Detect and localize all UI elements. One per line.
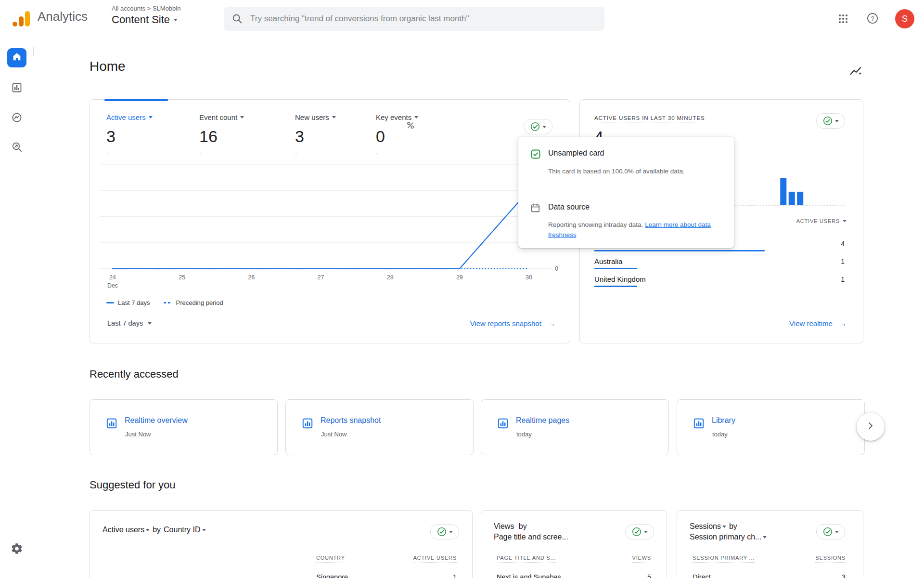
table-row: Next.js and Supabas... <box>497 573 567 578</box>
search-input[interactable] <box>249 13 588 24</box>
chevron-down-icon <box>835 120 839 122</box>
table-header-country[interactable]: COUNTRY <box>316 555 345 563</box>
check-circle-icon <box>823 116 833 126</box>
view-reports-snapshot-link[interactable]: View reports snapshot → <box>470 319 555 328</box>
card-header[interactable]: Active users by Country ID <box>103 525 206 534</box>
recently-accessed-title: Recently accessed <box>90 368 179 381</box>
svg-text:25: 25 <box>179 274 185 281</box>
product-name: Analytics <box>38 9 88 24</box>
table-header-active-users[interactable]: ACTIVE USERS <box>413 555 457 563</box>
date-range-selector[interactable]: Last 7 days <box>107 319 152 327</box>
recent-card-realtime-overview[interactable]: Realtime overview Just Now <box>90 399 278 455</box>
view-realtime-link[interactable]: View realtime → <box>789 319 847 328</box>
chevron-down-icon <box>843 220 847 222</box>
active-tab-indicator <box>104 99 168 101</box>
insights-icon[interactable] <box>849 65 862 80</box>
sidebar-item-explore[interactable] <box>11 112 23 125</box>
chart-card-icon <box>693 417 705 432</box>
breadcrumb[interactable]: All accounts > SLMobbin <box>112 5 180 12</box>
apps-grid-icon[interactable] <box>837 13 849 26</box>
chevron-down-icon <box>146 529 150 531</box>
chevron-down-icon <box>174 19 178 21</box>
check-circle-icon <box>823 527 833 537</box>
table-row-value: 3 <box>842 573 846 578</box>
chevron-down-icon <box>240 116 244 118</box>
quality-badge[interactable] <box>816 113 845 129</box>
avatar[interactable]: S <box>895 9 914 28</box>
svg-text:27: 27 <box>318 274 324 281</box>
chevron-down-icon <box>148 322 152 325</box>
metric-delta: - <box>199 150 244 157</box>
property-selector[interactable]: Content Site <box>112 13 178 26</box>
chevron-down-icon <box>202 529 206 531</box>
country-row[interactable]: Australia 1 <box>594 255 847 272</box>
svg-text:24: 24 <box>109 274 116 281</box>
check-circle-icon <box>632 527 642 537</box>
metric-new-users[interactable]: New users 3 - <box>295 113 336 157</box>
overview-card: Active users 3 - Event count 16 - New us… <box>90 99 570 343</box>
svg-text:28: 28 <box>387 274 394 281</box>
chevron-down-icon <box>644 531 648 533</box>
realtime-title: ACTIVE USERS IN LAST 30 MINUTES <box>594 115 705 122</box>
card-quality-popover: Unsampled card This card is based on 100… <box>518 137 734 248</box>
sampling-icon[interactable] <box>405 120 416 132</box>
recent-card-reports-snapshot[interactable]: Reports snapshot Just Now <box>285 399 474 455</box>
chart-legend: Last 7 days Preceding period <box>106 299 223 306</box>
metric-active-users[interactable]: Active users 3 - <box>106 113 153 157</box>
table-header-page-title[interactable]: PAGE TITLE AND S... <box>497 555 556 563</box>
gear-icon <box>11 548 23 556</box>
unsampled-body: This card is based on 100.0% of availabl… <box>548 167 721 176</box>
topbar: Analytics All accounts > SLMobbin Conten… <box>0 0 924 38</box>
metric-delta: - <box>295 150 336 157</box>
explore-icon <box>11 117 23 125</box>
arrow-right-icon: → <box>548 319 555 328</box>
card-header-dimension[interactable]: Session primary ch... <box>690 533 767 541</box>
quality-badge[interactable] <box>816 524 845 539</box>
unsampled-title: Unsampled card <box>548 149 604 158</box>
data-source-body: Reporting showing intraday data. Learn m… <box>548 220 714 240</box>
legend-swatch-solid <box>106 302 114 303</box>
suggested-card-sessions-by-channel: Sessions by Session primary ch... SESSIO… <box>677 510 863 578</box>
country-bar <box>594 250 765 251</box>
metric-event-count[interactable]: Event count 16 - <box>199 113 244 157</box>
sidebar-item-advertising[interactable] <box>11 141 23 155</box>
sidebar-item-reports[interactable] <box>11 82 23 95</box>
svg-text:?: ? <box>871 15 874 22</box>
legend-swatch-dashed <box>164 302 172 303</box>
country-row[interactable]: United Kingdom 1 <box>594 273 847 289</box>
chevron-down-icon <box>414 116 418 118</box>
divider <box>518 190 734 190</box>
country-bar <box>594 268 637 269</box>
table-row-value: 5 <box>647 573 651 578</box>
svg-text:29: 29 <box>456 274 463 281</box>
quality-badge[interactable] <box>625 524 654 539</box>
realtime-table-value-header[interactable]: ACTIVE USERS <box>796 218 847 224</box>
svg-text:0: 0 <box>555 265 558 272</box>
metric-delta: - <box>376 150 418 157</box>
analytics-logo-icon[interactable] <box>12 11 31 27</box>
card-header[interactable]: Sessions by <box>690 522 737 531</box>
svg-text:30: 30 <box>526 274 532 281</box>
help-icon[interactable]: ? <box>866 12 879 26</box>
quality-badge[interactable] <box>430 524 459 539</box>
search-bar[interactable] <box>224 7 604 31</box>
sidebar-item-admin[interactable] <box>11 542 23 557</box>
chart-card-icon <box>105 417 118 432</box>
recent-card-realtime-pages[interactable]: Realtime pages today <box>481 399 669 455</box>
carousel-next-button[interactable] <box>857 413 885 441</box>
calendar-icon <box>530 202 541 215</box>
metric-value: 16 <box>199 127 244 146</box>
svg-text:26: 26 <box>248 274 255 281</box>
metric-value: 3 <box>295 127 336 146</box>
chevron-down-icon <box>722 525 726 528</box>
chevron-down-icon <box>542 126 546 128</box>
card-header[interactable]: Views by <box>494 522 527 531</box>
card-header-dimension[interactable]: Page title and scree... <box>494 533 568 541</box>
quality-badge[interactable] <box>524 119 552 134</box>
svg-text:Dec: Dec <box>107 282 118 289</box>
table-header-session-primary[interactable]: SESSION PRIMARY ... <box>693 555 755 563</box>
sidebar-item-home[interactable] <box>7 48 26 67</box>
table-header-views[interactable]: VIEWS <box>632 555 651 563</box>
table-header-sessions[interactable]: SESSIONS <box>815 555 846 563</box>
recent-card-library[interactable]: Library today <box>677 399 865 455</box>
